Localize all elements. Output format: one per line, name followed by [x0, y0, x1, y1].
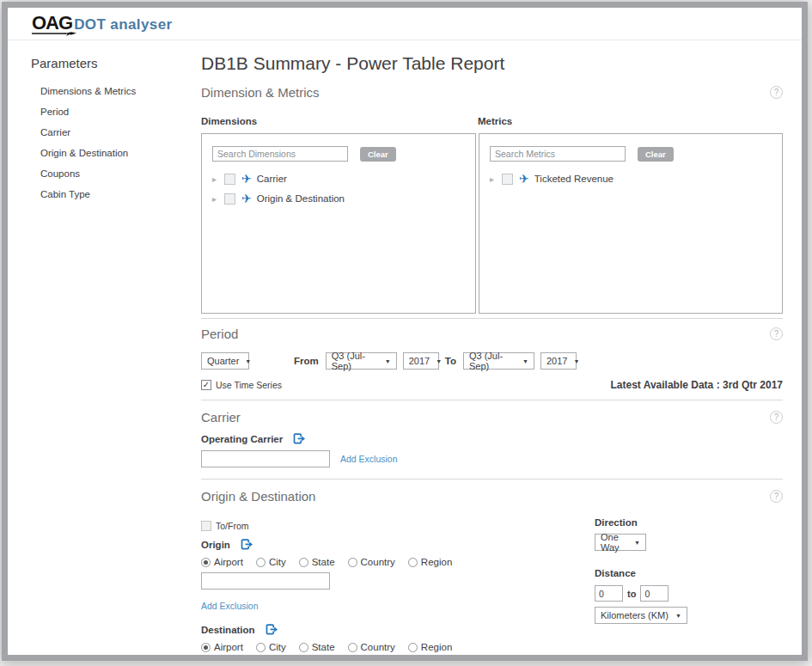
time-series-row: ✓ Use Time Series Latest Available Data …	[201, 379, 783, 391]
clear-metrics-button[interactable]: Clear	[638, 147, 674, 162]
section-divider	[201, 479, 783, 480]
help-icon[interactable]: ?	[770, 411, 783, 424]
search-metrics-input[interactable]	[490, 146, 626, 162]
od-body: To/From Origin	[201, 521, 783, 655]
distance-unit-dropdown[interactable]: Kilometers (KM) ▼	[595, 607, 687, 624]
section-divider	[201, 318, 783, 319]
granularity-dropdown[interactable]: Quarter ▼	[201, 352, 249, 370]
ticketed-revenue-checkbox[interactable]	[502, 174, 513, 185]
destination-label-row: Destination	[201, 624, 783, 635]
to-quarter-value: Q3 (Jul-Sep)	[469, 351, 516, 371]
radio-country[interactable]	[348, 643, 357, 652]
metrics-tree: ▸ ✈ Ticketed Revenue	[490, 172, 772, 186]
radio-city[interactable]	[256, 643, 266, 652]
expand-caret-icon[interactable]: ▸	[490, 174, 500, 184]
screenshot-frame: OAG DOT analyser Parameters Dimensions &…	[0, 0, 812, 666]
origin-input[interactable]	[201, 572, 330, 590]
period-title: Period	[201, 327, 238, 341]
metrics-panel: Clear ▸ ✈ Ticketed Revenue	[479, 133, 783, 314]
lookup-export-icon[interactable]	[266, 624, 278, 635]
expand-caret-icon[interactable]: ▸	[212, 174, 223, 184]
radio-label: Airport	[214, 642, 243, 652]
tree-item-label[interactable]: Origin & Destination	[257, 193, 345, 204]
sidebar-item-origin-destination[interactable]: Origin & Destination	[31, 143, 201, 163]
help-icon[interactable]: ?	[770, 327, 783, 340]
dimensions-tree: ▸ ✈ Carrier ▸ ✈ Origin & Destination	[212, 172, 465, 205]
dropdown-caret-icon: ▼	[675, 613, 681, 619]
help-icon[interactable]: ?	[770, 490, 783, 503]
from-quarter-dropdown[interactable]: Q3 (Jul-Sep) ▼	[326, 352, 397, 370]
radio-option[interactable]: State	[299, 642, 335, 652]
to-quarter-dropdown[interactable]: Q3 (Jul-Sep) ▼	[463, 352, 534, 370]
radio-option[interactable]: Region	[408, 557, 452, 567]
to-from-label: To/From	[216, 521, 249, 531]
radio-country[interactable]	[348, 558, 357, 567]
radio-state[interactable]	[299, 643, 308, 652]
sidebar-item-carrier[interactable]: Carrier	[31, 122, 201, 143]
sidebar-item-period[interactable]: Period	[31, 101, 201, 122]
tree-item-ticketed-revenue: ▸ ✈ Ticketed Revenue	[490, 172, 772, 186]
operating-carrier-label: Operating Carrier	[201, 434, 283, 444]
radio-label: Country	[361, 642, 395, 652]
dropdown-caret-icon: ▼	[385, 358, 391, 364]
tree-item-label[interactable]: Ticketed Revenue	[534, 174, 614, 184]
clear-dimensions-button[interactable]: Clear	[360, 147, 396, 162]
tree-item-label[interactable]: Carrier	[257, 174, 287, 184]
plane-icon: ✈	[519, 172, 529, 186]
radio-option[interactable]: Region	[408, 642, 452, 652]
od-right-column: Direction One Way ▼ Distance to Kilom	[595, 517, 792, 624]
dropdown-caret-icon: ▼	[634, 540, 640, 546]
sidebar-item-cabin-type[interactable]: Cabin Type	[31, 184, 201, 205]
distance-max-input[interactable]	[640, 585, 669, 602]
search-dimensions-input[interactable]	[212, 146, 348, 162]
to-from-checkbox[interactable]	[201, 521, 211, 531]
dropdown-caret-icon: ▼	[522, 358, 528, 364]
app-header: OAG DOT analyser	[8, 8, 802, 40]
radio-option[interactable]: Airport	[201, 557, 243, 567]
from-year-dropdown[interactable]: 2017 ▼	[403, 352, 439, 370]
radio-label: State	[312, 642, 335, 652]
help-icon[interactable]: ?	[770, 86, 783, 99]
origin-destination-checkbox[interactable]	[224, 193, 235, 205]
radio-option[interactable]: City	[256, 557, 286, 567]
carrier-title: Carrier	[201, 410, 241, 425]
carrier-checkbox[interactable]	[224, 174, 235, 185]
period-section-head: Period ?	[201, 327, 783, 341]
direction-dropdown[interactable]: One Way ▼	[595, 534, 646, 551]
radio-airport[interactable]	[201, 643, 211, 652]
sidebar-item-dimensions-metrics[interactable]: Dimensions & Metrics	[31, 81, 201, 101]
radio-label: Country	[361, 557, 395, 567]
radio-city[interactable]	[256, 558, 266, 567]
radio-region[interactable]	[408, 643, 418, 652]
use-time-series-checkbox[interactable]: ✓	[201, 380, 211, 390]
check-icon: ✓	[203, 381, 210, 389]
sidebar-title: Parameters	[31, 56, 201, 70]
radio-option[interactable]: State	[299, 557, 335, 567]
origin-label: Origin	[201, 540, 230, 550]
to-year-dropdown[interactable]: 2017 ▼	[540, 352, 577, 370]
radio-region[interactable]	[408, 558, 418, 567]
from-quarter-value: Q3 (Jul-Sep)	[332, 351, 379, 371]
radio-label: Region	[421, 642, 452, 652]
carrier-add-exclusion-link[interactable]: Add Exclusion	[340, 454, 398, 464]
radio-state[interactable]	[299, 558, 308, 567]
dropdown-caret-icon: ▼	[573, 358, 579, 364]
radio-option[interactable]: City	[256, 642, 286, 652]
parameters-sidebar: Parameters Dimensions & Metrics Period C…	[8, 40, 201, 655]
operating-carrier-input[interactable]	[201, 450, 330, 467]
radio-option[interactable]: Airport	[201, 642, 243, 652]
origin-add-exclusion-link[interactable]: Add Exclusion	[201, 601, 259, 611]
tree-item-carrier: ▸ ✈ Carrier	[212, 172, 465, 186]
radio-airport[interactable]	[201, 558, 211, 567]
radio-option[interactable]: Country	[348, 557, 395, 567]
expand-caret-icon[interactable]: ▸	[212, 194, 223, 204]
radio-option[interactable]: Country	[348, 642, 395, 652]
carrier-input-row: Add Exclusion	[201, 450, 783, 467]
radio-label: Airport	[214, 557, 243, 567]
lookup-export-icon[interactable]	[293, 433, 306, 444]
distance-min-input[interactable]	[595, 585, 623, 602]
lookup-export-icon[interactable]	[241, 539, 253, 550]
sidebar-item-coupons[interactable]: Coupons	[31, 163, 201, 184]
from-label: From	[294, 356, 319, 366]
radio-label: City	[269, 557, 286, 567]
